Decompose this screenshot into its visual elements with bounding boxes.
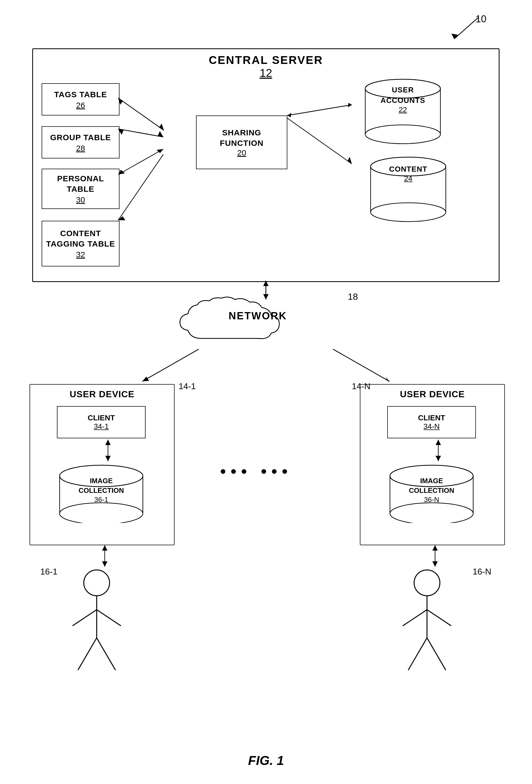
- svg-point-54: [390, 503, 473, 523]
- svg-marker-40: [105, 440, 111, 445]
- content-label: CONTENT 24: [365, 164, 451, 183]
- arrow-network-right-device: [330, 346, 397, 387]
- svg-line-62: [73, 610, 97, 626]
- network-ref: 18: [348, 291, 358, 302]
- svg-line-29: [287, 118, 352, 164]
- svg-marker-58: [432, 561, 438, 567]
- client-left: CLIENT 34-1: [57, 406, 145, 438]
- svg-line-34: [142, 349, 199, 382]
- arrows-right: [285, 102, 371, 220]
- right-device-ref: 14-N: [352, 382, 370, 391]
- diagram: 10 CENTRAL SERVER 12 TAGS TABLE 26 GROUP…: [0, 0, 532, 784]
- svg-marker-47: [102, 561, 107, 567]
- image-collection-left-label: IMAGECOLLECTION 36-1: [54, 476, 148, 504]
- arrow-right-device-person: [427, 544, 443, 571]
- svg-marker-35: [142, 376, 149, 382]
- user-device-right: USER DEVICE CLIENT 34-N IMAGECOLLECTION …: [360, 384, 505, 545]
- figure-caption: FIG. 1: [0, 753, 532, 768]
- svg-marker-51: [436, 440, 441, 445]
- svg-point-4: [365, 125, 441, 144]
- left-device-ref: 14-1: [178, 382, 196, 391]
- svg-line-18: [118, 129, 163, 137]
- arrow-client-right: [430, 438, 446, 465]
- arrow-network-left-device: [134, 346, 201, 387]
- user-accounts-label: USERACCOUNTS 22: [360, 85, 446, 114]
- svg-point-43: [60, 503, 143, 523]
- svg-line-0: [454, 18, 478, 39]
- svg-line-64: [78, 638, 97, 670]
- svg-line-70: [408, 638, 427, 670]
- content-db: [365, 153, 451, 223]
- svg-marker-59: [432, 545, 438, 551]
- svg-marker-48: [102, 545, 107, 551]
- ref-10: 10: [476, 13, 486, 25]
- user-device-left: USER DEVICE CLIENT 34-1 IMAGECOLLECTION …: [30, 384, 174, 545]
- svg-line-63: [97, 610, 121, 626]
- svg-marker-39: [105, 456, 111, 461]
- svg-marker-13: [159, 123, 164, 130]
- image-collection-right-label: IMAGECOLLECTION 36-N: [385, 476, 479, 504]
- svg-line-20: [118, 149, 163, 175]
- svg-line-23: [118, 155, 163, 220]
- svg-point-66: [414, 570, 440, 596]
- network-title: NETWORK: [174, 310, 341, 322]
- person-left: [54, 568, 140, 689]
- svg-line-68: [403, 610, 427, 626]
- person-right-ref: 16-N: [473, 567, 491, 577]
- arrow-client-left: [100, 438, 116, 465]
- svg-marker-33: [263, 281, 269, 286]
- svg-line-27: [287, 105, 352, 115]
- svg-line-14: [118, 98, 164, 130]
- svg-line-65: [97, 638, 115, 670]
- svg-marker-50: [436, 456, 441, 461]
- arrows-left: [37, 78, 204, 277]
- svg-point-60: [84, 570, 110, 596]
- network-cloud: [174, 296, 341, 349]
- person-right: [384, 568, 470, 689]
- dots: ••• •••: [220, 462, 292, 480]
- arrow-left-device-person: [97, 544, 113, 571]
- svg-line-36: [333, 349, 389, 382]
- svg-point-9: [371, 203, 446, 222]
- svg-marker-15: [118, 98, 123, 105]
- client-right: CLIENT 34-N: [387, 406, 476, 438]
- svg-marker-21: [118, 170, 125, 175]
- svg-marker-30: [347, 157, 352, 164]
- person-left-ref: 16-1: [40, 567, 57, 577]
- svg-line-69: [427, 610, 451, 626]
- sharing-function-box: SHARINGFUNCTION 20: [196, 115, 287, 169]
- svg-marker-28: [287, 113, 291, 117]
- svg-line-71: [427, 638, 446, 670]
